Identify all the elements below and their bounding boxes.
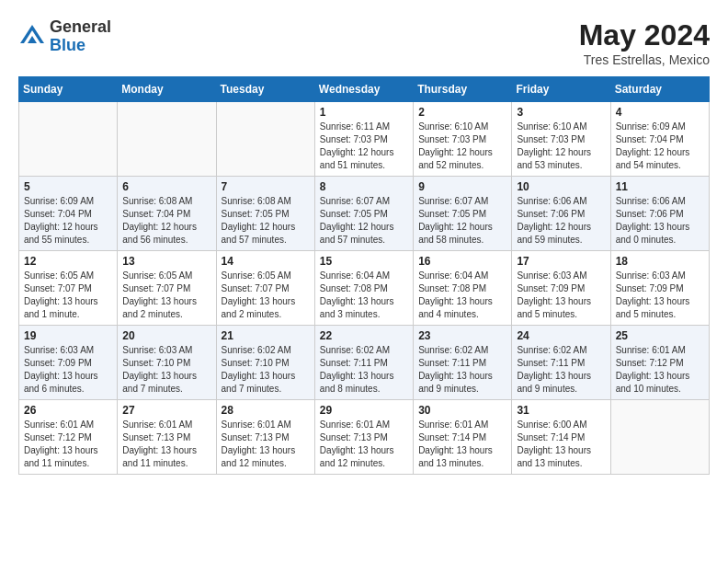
day-info: Sunrise: 6:02 AM Sunset: 7:10 PM Dayligh… bbox=[222, 344, 310, 396]
day-info: Sunrise: 6:02 AM Sunset: 7:11 PM Dayligh… bbox=[517, 344, 605, 396]
day-info: Sunrise: 6:07 AM Sunset: 7:05 PM Dayligh… bbox=[418, 195, 506, 247]
calendar-day-cell: 19Sunrise: 6:03 AM Sunset: 7:09 PM Dayli… bbox=[19, 326, 118, 400]
day-info: Sunrise: 6:03 AM Sunset: 7:09 PM Dayligh… bbox=[24, 344, 112, 396]
day-info: Sunrise: 6:07 AM Sunset: 7:05 PM Dayligh… bbox=[320, 195, 408, 247]
day-info: Sunrise: 6:01 AM Sunset: 7:12 PM Dayligh… bbox=[24, 419, 112, 470]
day-info: Sunrise: 6:05 AM Sunset: 7:07 PM Dayligh… bbox=[222, 270, 310, 321]
calendar-day-cell: 7Sunrise: 6:08 AM Sunset: 7:05 PM Daylig… bbox=[216, 177, 314, 251]
day-info: Sunrise: 6:08 AM Sunset: 7:05 PM Dayligh… bbox=[222, 195, 310, 247]
calendar-day-cell: 18Sunrise: 6:03 AM Sunset: 7:09 PM Dayli… bbox=[610, 251, 709, 326]
weekday-header: Thursday bbox=[414, 77, 512, 102]
day-info: Sunrise: 6:02 AM Sunset: 7:11 PM Dayligh… bbox=[418, 344, 506, 396]
calendar-day-cell: 9Sunrise: 6:07 AM Sunset: 7:05 PM Daylig… bbox=[414, 177, 512, 251]
weekday-header: Tuesday bbox=[216, 77, 314, 102]
calendar-table: SundayMondayTuesdayWednesdayThursdayFrid… bbox=[18, 76, 710, 475]
day-number: 28 bbox=[222, 404, 310, 417]
day-number: 11 bbox=[616, 180, 704, 193]
day-number: 3 bbox=[517, 106, 605, 119]
calendar-day-cell: 8Sunrise: 6:07 AM Sunset: 7:05 PM Daylig… bbox=[314, 177, 413, 251]
location: Tres Estrellas, Mexico bbox=[579, 52, 710, 67]
calendar-day-cell: 3Sunrise: 6:10 AM Sunset: 7:03 PM Daylig… bbox=[512, 102, 610, 177]
day-number: 27 bbox=[122, 404, 210, 417]
day-number: 25 bbox=[616, 329, 704, 342]
day-number: 12 bbox=[24, 255, 112, 268]
day-info: Sunrise: 6:01 AM Sunset: 7:12 PM Dayligh… bbox=[616, 344, 704, 396]
day-info: Sunrise: 6:02 AM Sunset: 7:11 PM Dayligh… bbox=[320, 344, 408, 396]
day-number: 31 bbox=[517, 404, 605, 417]
calendar-week-row: 1Sunrise: 6:11 AM Sunset: 7:03 PM Daylig… bbox=[19, 102, 710, 177]
day-number: 14 bbox=[222, 255, 310, 268]
day-info: Sunrise: 6:10 AM Sunset: 7:03 PM Dayligh… bbox=[517, 121, 605, 172]
calendar-day-cell: 23Sunrise: 6:02 AM Sunset: 7:11 PM Dayli… bbox=[414, 326, 512, 400]
day-number: 10 bbox=[517, 180, 605, 193]
calendar-day-cell: 5Sunrise: 6:09 AM Sunset: 7:04 PM Daylig… bbox=[19, 177, 118, 251]
day-number: 19 bbox=[24, 329, 112, 342]
calendar-week-row: 26Sunrise: 6:01 AM Sunset: 7:12 PM Dayli… bbox=[19, 400, 710, 475]
calendar-day-cell: 15Sunrise: 6:04 AM Sunset: 7:08 PM Dayli… bbox=[314, 251, 413, 326]
calendar-day-cell: 16Sunrise: 6:04 AM Sunset: 7:08 PM Dayli… bbox=[414, 251, 512, 326]
calendar-week-row: 5Sunrise: 6:09 AM Sunset: 7:04 PM Daylig… bbox=[19, 177, 710, 251]
day-number: 22 bbox=[320, 329, 408, 342]
calendar-day-cell: 2Sunrise: 6:10 AM Sunset: 7:03 PM Daylig… bbox=[414, 102, 512, 177]
day-number: 7 bbox=[222, 180, 310, 193]
calendar-day-cell: 28Sunrise: 6:01 AM Sunset: 7:13 PM Dayli… bbox=[216, 400, 314, 475]
calendar-day-cell: 1Sunrise: 6:11 AM Sunset: 7:03 PM Daylig… bbox=[314, 102, 413, 177]
page-header: General Blue May 2024 Tres Estrellas, Me… bbox=[18, 18, 710, 67]
day-number: 1 bbox=[320, 106, 408, 119]
day-number: 15 bbox=[320, 255, 408, 268]
day-info: Sunrise: 6:05 AM Sunset: 7:07 PM Dayligh… bbox=[24, 270, 112, 321]
day-info: Sunrise: 6:03 AM Sunset: 7:09 PM Dayligh… bbox=[616, 270, 704, 321]
day-number: 6 bbox=[122, 180, 210, 193]
day-info: Sunrise: 6:06 AM Sunset: 7:06 PM Dayligh… bbox=[517, 195, 605, 247]
calendar-day-cell: 25Sunrise: 6:01 AM Sunset: 7:12 PM Dayli… bbox=[610, 326, 709, 400]
calendar-day-cell: 11Sunrise: 6:06 AM Sunset: 7:06 PM Dayli… bbox=[610, 177, 709, 251]
calendar-day-cell: 14Sunrise: 6:05 AM Sunset: 7:07 PM Dayli… bbox=[216, 251, 314, 326]
day-info: Sunrise: 6:06 AM Sunset: 7:06 PM Dayligh… bbox=[616, 195, 704, 247]
day-info: Sunrise: 6:01 AM Sunset: 7:14 PM Dayligh… bbox=[418, 419, 506, 470]
logo-text: General Blue bbox=[50, 18, 111, 55]
calendar-day-cell bbox=[216, 102, 314, 177]
calendar-day-cell bbox=[610, 400, 709, 475]
calendar-day-cell: 6Sunrise: 6:08 AM Sunset: 7:04 PM Daylig… bbox=[118, 177, 216, 251]
day-number: 16 bbox=[418, 255, 506, 268]
weekday-header: Friday bbox=[512, 77, 610, 102]
day-number: 30 bbox=[418, 404, 506, 417]
day-number: 29 bbox=[320, 404, 408, 417]
calendar-day-cell: 17Sunrise: 6:03 AM Sunset: 7:09 PM Dayli… bbox=[512, 251, 610, 326]
weekday-header: Monday bbox=[118, 77, 216, 102]
month-title: May 2024 bbox=[579, 18, 710, 52]
day-number: 5 bbox=[24, 180, 112, 193]
calendar-day-cell: 31Sunrise: 6:00 AM Sunset: 7:14 PM Dayli… bbox=[512, 400, 610, 475]
calendar-day-cell: 12Sunrise: 6:05 AM Sunset: 7:07 PM Dayli… bbox=[19, 251, 118, 326]
day-number: 24 bbox=[517, 329, 605, 342]
calendar-day-cell bbox=[118, 102, 216, 177]
day-number: 26 bbox=[24, 404, 112, 417]
day-info: Sunrise: 6:04 AM Sunset: 7:08 PM Dayligh… bbox=[320, 270, 408, 321]
calendar-day-cell: 27Sunrise: 6:01 AM Sunset: 7:13 PM Dayli… bbox=[118, 400, 216, 475]
calendar-day-cell: 26Sunrise: 6:01 AM Sunset: 7:12 PM Dayli… bbox=[19, 400, 118, 475]
day-info: Sunrise: 6:09 AM Sunset: 7:04 PM Dayligh… bbox=[24, 195, 112, 247]
day-number: 8 bbox=[320, 180, 408, 193]
day-info: Sunrise: 6:01 AM Sunset: 7:13 PM Dayligh… bbox=[320, 419, 408, 470]
calendar-day-cell: 22Sunrise: 6:02 AM Sunset: 7:11 PM Dayli… bbox=[314, 326, 413, 400]
logo-icon bbox=[18, 23, 46, 51]
weekday-header: Wednesday bbox=[314, 77, 413, 102]
day-info: Sunrise: 6:01 AM Sunset: 7:13 PM Dayligh… bbox=[122, 419, 210, 470]
calendar-week-row: 19Sunrise: 6:03 AM Sunset: 7:09 PM Dayli… bbox=[19, 326, 710, 400]
day-info: Sunrise: 6:08 AM Sunset: 7:04 PM Dayligh… bbox=[122, 195, 210, 247]
calendar-day-cell: 21Sunrise: 6:02 AM Sunset: 7:10 PM Dayli… bbox=[216, 326, 314, 400]
logo: General Blue bbox=[18, 18, 111, 55]
day-info: Sunrise: 6:11 AM Sunset: 7:03 PM Dayligh… bbox=[320, 121, 408, 172]
calendar-day-cell: 4Sunrise: 6:09 AM Sunset: 7:04 PM Daylig… bbox=[610, 102, 709, 177]
weekday-header: Sunday bbox=[19, 77, 118, 102]
day-number: 23 bbox=[418, 329, 506, 342]
calendar-day-cell bbox=[19, 102, 118, 177]
day-info: Sunrise: 6:05 AM Sunset: 7:07 PM Dayligh… bbox=[122, 270, 210, 321]
calendar-week-row: 12Sunrise: 6:05 AM Sunset: 7:07 PM Dayli… bbox=[19, 251, 710, 326]
calendar-day-cell: 24Sunrise: 6:02 AM Sunset: 7:11 PM Dayli… bbox=[512, 326, 610, 400]
calendar-header-row: SundayMondayTuesdayWednesdayThursdayFrid… bbox=[19, 77, 710, 102]
day-number: 18 bbox=[616, 255, 704, 268]
day-number: 17 bbox=[517, 255, 605, 268]
calendar-day-cell: 29Sunrise: 6:01 AM Sunset: 7:13 PM Dayli… bbox=[314, 400, 413, 475]
day-info: Sunrise: 6:03 AM Sunset: 7:09 PM Dayligh… bbox=[517, 270, 605, 321]
